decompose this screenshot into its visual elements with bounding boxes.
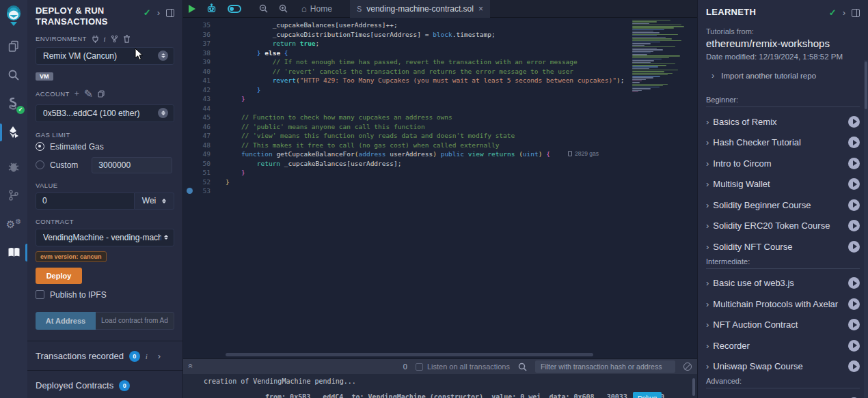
tutorial-item[interactable]: ›NFT Auction Contract <box>706 315 860 336</box>
trash-icon[interactable] <box>123 35 131 43</box>
line-number-gutter[interactable]: 49 <box>183 150 226 158</box>
line-number-gutter[interactable]: 47 <box>183 132 226 139</box>
run-script-button[interactable] <box>183 0 201 18</box>
radio-unselected[interactable] <box>36 160 44 169</box>
code-line[interactable]: 41 revert("HTTP 429: Too Many Cupcakes (… <box>183 76 697 85</box>
line-number-gutter[interactable]: 41 <box>183 76 226 84</box>
sidebar-item-file-explorer[interactable] <box>0 35 27 56</box>
tutorial-item[interactable]: ›Basic use of web3.js <box>706 273 860 294</box>
scrollbar-track[interactable] <box>864 60 868 398</box>
play-tutorial-button[interactable] <box>848 220 860 231</box>
line-number-gutter[interactable]: 46 <box>183 123 226 130</box>
code-line[interactable]: 46 // 'public' means anyone can call thi… <box>183 122 697 132</box>
zoom-in-button[interactable] <box>273 0 293 18</box>
estimated-gas-option[interactable]: Estimated Gas <box>36 142 174 152</box>
tutorial-item[interactable]: ›All about Proxy Contracts <box>706 393 860 398</box>
chevron-right-icon[interactable]: › <box>157 8 160 18</box>
line-number-gutter[interactable]: 51 <box>183 169 226 176</box>
radio-selected[interactable] <box>36 142 44 151</box>
play-tutorial-button[interactable] <box>848 137 860 148</box>
tutorial-item[interactable]: ›Solidity Beginner Course <box>706 195 860 216</box>
panel-box-icon[interactable] <box>852 9 860 17</box>
copy-icon[interactable] <box>98 90 105 98</box>
code-line[interactable]: 48 // This makes it free to call (no gas… <box>183 141 697 150</box>
panel-box-icon[interactable] <box>166 9 174 17</box>
code-line[interactable]: 43 } <box>183 94 697 104</box>
info-icon[interactable]: i <box>146 352 148 360</box>
sidebar-item-learneth[interactable] <box>0 242 27 263</box>
play-tutorial-button[interactable] <box>848 116 860 128</box>
debug-button[interactable]: Debug <box>633 392 662 398</box>
editor-minimap[interactable] <box>632 20 694 96</box>
transactions-recorded-row[interactable]: Transactions recorded 0 i › <box>36 341 174 363</box>
play-tutorial-button[interactable] <box>848 319 860 330</box>
play-tutorial-button[interactable] <box>848 241 860 253</box>
line-number-gutter[interactable]: 40 <box>183 68 226 75</box>
code-line[interactable]: 39 // If not enough time has passed, rev… <box>183 57 697 67</box>
code-line[interactable]: 44 <box>183 104 697 113</box>
tab-vending-machine-contract[interactable]: S vending-machine-contract.sol × <box>350 0 490 18</box>
terminal-filter-input[interactable] <box>535 360 675 373</box>
deploy-button[interactable]: Deploy <box>36 268 82 284</box>
code-line[interactable]: 47 // 'view' means this function only re… <box>183 131 697 141</box>
copilot-toggle[interactable] <box>222 0 247 18</box>
code-line[interactable]: 35 _cupcakeBalances[userAddress]++; <box>183 20 697 30</box>
code-line[interactable]: 50 return _cupcakeBalances[userAddress]; <box>183 159 697 169</box>
sidebar-item-settings[interactable]: ⚙⚙ <box>0 214 27 234</box>
line-number-gutter[interactable]: 37 <box>183 40 226 47</box>
tutorial-item[interactable]: ›Uniswap Swap Course <box>706 356 860 378</box>
line-number-gutter[interactable]: 43 <box>183 95 226 102</box>
line-number-gutter[interactable]: 39 <box>183 58 226 66</box>
play-tutorial-button[interactable] <box>848 199 860 211</box>
sidebar-item-deploy-run[interactable] <box>0 122 27 143</box>
close-icon[interactable]: × <box>478 4 483 14</box>
code-line[interactable]: 38 } else { <box>183 48 697 58</box>
info-icon[interactable]: i <box>104 35 106 43</box>
tutorial-item[interactable]: ›Hash Checker Tutorial <box>706 132 860 154</box>
contract-select[interactable]: VendingMachine - vending-machin <box>36 229 174 246</box>
line-number-gutter[interactable]: 42 <box>183 86 226 94</box>
line-number-gutter[interactable]: 45 <box>183 113 226 121</box>
custom-gas-input[interactable] <box>92 157 172 173</box>
play-tutorial-button[interactable] <box>848 298 860 310</box>
block-slash-icon[interactable] <box>683 363 692 371</box>
code-line[interactable]: 36 _cupcakeDistributionTimes[userAddress… <box>183 30 697 40</box>
listen-all-transactions[interactable]: Listen on all transactions <box>416 363 510 371</box>
at-address-button[interactable]: At Address <box>36 312 96 330</box>
tutorial-item[interactable]: ›Basics of Remix <box>706 111 860 132</box>
scrollbar-thumb[interactable] <box>865 61 867 109</box>
code-line[interactable]: 40 // 'revert' cancels the transaction a… <box>183 67 697 76</box>
account-select[interactable]: 0x5B3...eddC4 (100 ether) <box>36 104 174 122</box>
play-tutorial-button[interactable] <box>848 178 860 190</box>
code-line[interactable]: 42 } <box>183 85 697 95</box>
line-number-gutter[interactable]: 52 <box>183 178 226 186</box>
code-line[interactable]: 52} <box>183 177 697 187</box>
code-line[interactable]: 53 <box>183 186 697 196</box>
tutorial-item[interactable]: ›Multisig Wallet <box>706 174 860 195</box>
play-tutorial-button[interactable] <box>848 158 860 169</box>
tutorial-item[interactable]: ›Intro to Circom <box>706 153 860 174</box>
pencil-icon[interactable]: ✎ <box>84 87 93 100</box>
environment-select[interactable]: Remix VM (Cancun) <box>36 47 174 65</box>
breakpoint-dot[interactable] <box>187 188 193 194</box>
sidebar-item-git[interactable] <box>0 185 27 205</box>
line-number-gutter[interactable]: 53 <box>183 187 226 195</box>
ipfs-checkbox[interactable] <box>36 290 44 299</box>
line-number-gutter[interactable]: 48 <box>183 141 226 149</box>
tutorial-item[interactable]: ›Recorder <box>706 335 860 356</box>
sidebar-item-search[interactable] <box>0 65 27 85</box>
chevron-right-icon[interactable]: › <box>843 8 845 18</box>
ai-copilot-button[interactable] <box>201 0 222 18</box>
search-terminal-icon[interactable] <box>518 363 527 371</box>
line-number-gutter[interactable]: 35 <box>183 21 226 29</box>
tab-home[interactable]: ⌂ Home <box>293 3 340 14</box>
code-line[interactable]: 51 } <box>183 168 697 177</box>
code-editor[interactable]: 35 _cupcakeBalances[userAddress]++;36 _c… <box>183 18 697 358</box>
code-line[interactable]: 37 return true; <box>183 39 697 48</box>
plus-icon[interactable]: + <box>74 89 79 98</box>
listen-checkbox[interactable] <box>416 363 423 371</box>
play-tutorial-button[interactable] <box>848 360 860 372</box>
terminal-scrollbar[interactable] <box>692 378 695 396</box>
play-tutorial-button[interactable] <box>848 340 860 352</box>
line-number-gutter[interactable]: 36 <box>183 31 226 38</box>
